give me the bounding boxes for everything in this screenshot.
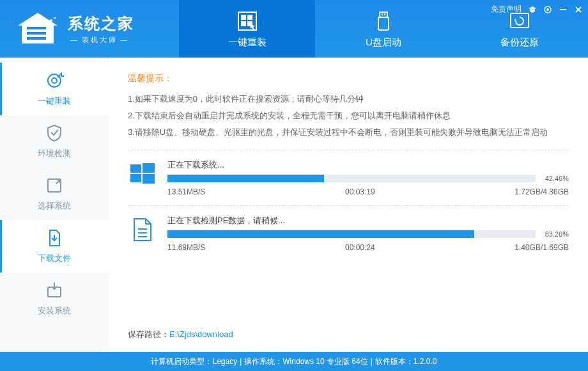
progress-percent: 42.46% [539, 175, 569, 182]
divider [128, 150, 569, 150]
header: 系统之家 装机大师 一键重装 U盘启动 备份还原 免责声明 [0, 0, 588, 58]
progress-bar [167, 230, 536, 238]
download-time: 00:00:24 [345, 243, 375, 252]
svg-rect-7 [380, 12, 387, 17]
svg-point-13 [546, 8, 549, 11]
sidebar-item-download[interactable]: 下载文件 [0, 220, 109, 272]
install-box-icon [45, 281, 64, 300]
svg-point-0 [50, 19, 52, 22]
main-panel: 温馨提示： 1.如果下载速度为0，此时软件正在搜索资源，请耐心等待几分钟 2.下… [109, 58, 588, 352]
download-row-pe: 正在下载检测PE数据，请稍候... 83.26% 11.68MB/S 00:00… [128, 215, 569, 252]
software-version: 1.2.0.0 [414, 357, 437, 366]
sidebar-item-select-system[interactable]: 选择系统 [0, 168, 109, 220]
svg-rect-22 [143, 163, 155, 173]
tips-list: 1.如果下载速度为0，此时软件正在搜索资源，请耐心等待几分钟 2.下载结束后会自… [128, 91, 569, 141]
usb-icon [372, 10, 395, 33]
tip-line: 2.下载结束后会自动重启并完成系统的安装，全程无需干预，您可以离开电脑请稍作休息 [128, 107, 569, 124]
window-controls: 免责声明 [491, 4, 583, 15]
sidebar: 一键重装 环境检测 选择系统 下载文件 安装系统 [0, 58, 109, 352]
house-logo-icon [15, 12, 60, 46]
tab-reinstall[interactable]: 一键重装 [179, 0, 315, 58]
shield-icon [45, 123, 64, 143]
download-title: 正在下载系统... [167, 159, 569, 171]
progress-fill [167, 230, 474, 238]
logo: 系统之家 装机大师 [0, 12, 179, 46]
disclaimer-link[interactable]: 免责声明 [491, 4, 522, 15]
download-speed: 11.68MB/S [167, 243, 205, 252]
minimize-icon[interactable] [559, 5, 568, 14]
svg-point-1 [54, 17, 56, 19]
download-file-icon [45, 228, 64, 248]
graduation-icon[interactable] [528, 5, 537, 14]
tip-line: 1.如果下载速度为0，此时软件正在搜索资源，请耐心等待几分钟 [128, 91, 569, 107]
progress-percent: 83.26% [539, 230, 569, 238]
target-icon [45, 71, 64, 90]
svg-rect-4 [247, 15, 252, 20]
svg-rect-5 [241, 21, 246, 26]
progress-fill [167, 175, 324, 182]
svg-rect-10 [384, 13, 385, 15]
tips-title: 温馨提示： [128, 73, 569, 84]
download-speed: 13.51MB/S [167, 187, 205, 196]
export-icon [45, 176, 64, 195]
svg-rect-3 [241, 15, 246, 20]
download-title: 正在下载检测PE数据，请稍候... [167, 215, 569, 226]
download-time: 00:03:19 [345, 187, 375, 196]
document-icon [128, 215, 157, 244]
tip-line: 3.请移除U盘、移动硬盘、光驱里的光盘，并保证安装过程中不会断电，否则重装可能失… [128, 124, 569, 141]
os-version: Windows 10 专业版 64位 [282, 356, 368, 367]
svg-rect-24 [143, 174, 155, 184]
app-title: 系统之家 [68, 13, 134, 34]
gear-icon[interactable] [543, 5, 552, 14]
boot-type: Legacy [212, 357, 237, 366]
save-path-label: 保存路径： [128, 329, 169, 339]
svg-rect-8 [378, 17, 389, 30]
svg-rect-23 [130, 174, 141, 182]
download-row-system: 正在下载系统... 42.46% 13.51MB/S 00:03:19 1.72… [128, 159, 569, 196]
sidebar-item-install[interactable]: 安装系统 [0, 272, 109, 325]
footer: 计算机启动类型： Legacy | 操作系统： Windows 10 专业版 6… [0, 352, 588, 371]
download-size: 1.72GB/4.36GB [514, 187, 569, 196]
svg-point-18 [52, 78, 57, 83]
windows-icon [128, 159, 157, 189]
save-path: 保存路径：E:\Zjds\download [128, 329, 233, 340]
sidebar-item-reinstall[interactable]: 一键重装 [0, 63, 109, 115]
svg-rect-21 [130, 164, 141, 173]
divider [128, 205, 569, 206]
progress-bar [167, 175, 536, 182]
close-icon[interactable] [574, 5, 583, 14]
sidebar-item-env-check[interactable]: 环境检测 [0, 115, 109, 168]
windows-cursor-icon [236, 10, 259, 33]
tab-usb-boot[interactable]: U盘启动 [315, 0, 451, 58]
app-subtitle: 装机大师 [68, 35, 134, 45]
svg-rect-9 [382, 13, 383, 15]
save-path-value[interactable]: E:\Zjds\download [169, 329, 233, 339]
download-size: 1.40GB/1.69GB [514, 243, 569, 252]
